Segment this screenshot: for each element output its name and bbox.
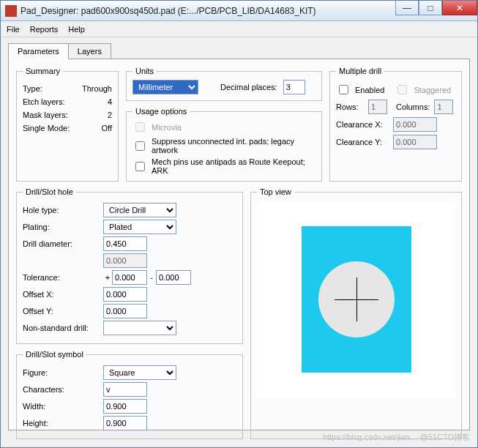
pad-shape xyxy=(302,226,411,373)
nsd-select[interactable] xyxy=(103,321,176,335)
units-legend: Units xyxy=(132,67,157,75)
tab-parameters[interactable]: Parameters xyxy=(8,43,69,59)
menu-file[interactable]: File xyxy=(7,25,20,34)
offset-y-input[interactable] xyxy=(103,304,147,318)
offset-x-input[interactable] xyxy=(103,287,147,302)
rows-input[interactable] xyxy=(368,100,387,114)
drill-diameter-label: Drill diameter: xyxy=(23,239,103,248)
topview-legend: Top view xyxy=(257,187,294,196)
columns-input[interactable] xyxy=(434,100,453,114)
window-title: Pad_Designer: pad600x900sq450d.pad (E:..… xyxy=(20,6,316,16)
drill-hole-group: Drill/Slot hole Hole type:Circle Drill P… xyxy=(16,187,243,344)
rows-label: Rows: xyxy=(336,102,364,111)
figure-select[interactable]: Square xyxy=(103,365,176,380)
title-bar: Pad_Designer: pad600x900sq450d.pad (E:..… xyxy=(1,1,477,21)
tab-panel: Summary Type:Through Etch layers:4 Mask … xyxy=(8,59,470,430)
symbol-legend: Drill/Slot symbol xyxy=(23,350,86,359)
width-input[interactable] xyxy=(103,399,147,414)
height-label: Height: xyxy=(23,419,103,428)
type-label: Type: xyxy=(23,84,42,93)
watermark: https://blog.csdn.net/jian… @51CTO博客 xyxy=(323,432,470,443)
close-button[interactable]: ✕ xyxy=(442,1,477,15)
nsd-label: Non-standard drill: xyxy=(23,324,103,332)
app-window: Pad_Designer: pad600x900sq450d.pad (E:..… xyxy=(0,0,478,448)
etch-value: 4 xyxy=(108,97,112,106)
etch-label: Etch layers: xyxy=(23,97,64,106)
tolerance-minus-input[interactable] xyxy=(156,270,191,285)
width-label: Width: xyxy=(23,402,103,411)
app-icon xyxy=(5,5,17,17)
decimal-places-input[interactable] xyxy=(283,80,305,94)
menu-bar: File Reports Help xyxy=(1,21,477,37)
plating-label: Plating: xyxy=(23,223,103,231)
units-select[interactable]: Millimeter xyxy=(132,80,198,94)
offset-x-label: Offset X: xyxy=(23,290,103,299)
top-view-group: Top view xyxy=(250,187,462,439)
usage-legend: Usage options xyxy=(132,107,190,116)
height-input[interactable] xyxy=(103,416,147,430)
clearance-x-input[interactable] xyxy=(393,117,437,132)
menu-help[interactable]: Help xyxy=(68,25,85,34)
characters-label: Characters: xyxy=(23,385,103,394)
summary-group: Summary Type:Through Etch layers:4 Mask … xyxy=(16,67,119,182)
clearance-y-label: Clearance Y: xyxy=(336,138,389,146)
clearance-y-input[interactable] xyxy=(393,135,437,149)
summary-legend: Summary xyxy=(23,67,63,75)
tab-layers[interactable]: Layers xyxy=(68,43,111,59)
decimal-places-label: Decimal places: xyxy=(220,83,277,92)
menu-reports[interactable]: Reports xyxy=(30,25,59,34)
usage-group: Usage options Microvia Suppress unconnec… xyxy=(126,107,322,182)
holetype-select[interactable]: Circle Drill xyxy=(103,203,176,217)
mask-value: 2 xyxy=(108,111,112,119)
holetype-label: Hole type: xyxy=(23,206,103,214)
microvia-checkbox: Microvia xyxy=(132,120,315,134)
tolerance-label: Tolerance: xyxy=(23,273,103,282)
drill-diameter-input[interactable] xyxy=(103,236,147,251)
top-view-preview xyxy=(257,201,455,398)
mask-label: Mask layers: xyxy=(23,111,68,119)
figure-label: Figure: xyxy=(23,368,103,377)
type-value: Through xyxy=(82,84,112,93)
single-value: Off xyxy=(102,124,112,132)
mech-checkbox[interactable]: Mech pins use antipads as Route Keepout;… xyxy=(132,157,315,175)
single-label: Single Mode: xyxy=(23,124,70,132)
drillhole-legend: Drill/Slot hole xyxy=(23,187,76,196)
suppress-checkbox[interactable]: Suppress unconnected int. pads; legacy a… xyxy=(132,137,315,154)
drill-symbol-group: Drill/Slot symbol Figure:Square Characte… xyxy=(16,350,243,439)
minimize-button[interactable]: ― xyxy=(395,1,419,15)
drill-diameter2-input xyxy=(103,253,147,268)
maximize-button[interactable]: □ xyxy=(419,1,442,15)
plating-select[interactable]: Plated xyxy=(103,220,176,234)
multdrill-legend: Multiple drill xyxy=(336,67,384,75)
columns-label: Columns: xyxy=(396,102,430,111)
offset-y-label: Offset Y: xyxy=(23,307,103,316)
tolerance-plus-input[interactable] xyxy=(112,270,147,285)
drill-hole-shape xyxy=(318,261,395,337)
clearance-x-label: Clearance X: xyxy=(336,120,389,129)
units-group: Units Millimeter Decimal places: xyxy=(126,67,322,101)
multiple-drill-group: Multiple drill Enabled Staggered Rows: C… xyxy=(329,67,462,182)
staggered-checkbox: Staggered xyxy=(395,83,451,97)
enabled-checkbox[interactable]: Enabled xyxy=(336,83,384,97)
characters-input[interactable] xyxy=(103,382,147,397)
